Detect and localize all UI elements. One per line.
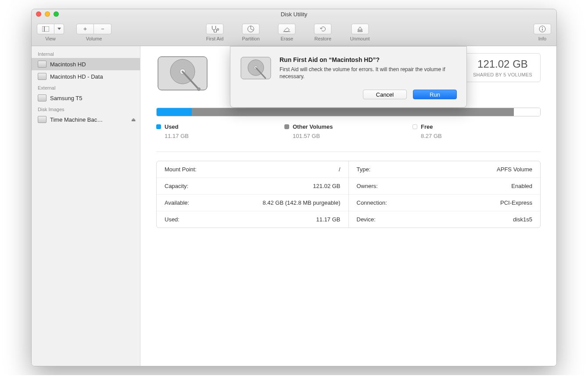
legend-other: Other Volumes 101.57 GB xyxy=(284,123,412,139)
eject-icon xyxy=(357,26,363,32)
details-left: Mount Point:/ Capacity:121.02 GB Availab… xyxy=(157,161,349,228)
detail-key: Owners: xyxy=(357,183,378,189)
toolbar-erase-group: Erase xyxy=(278,24,296,41)
detail-value: Enabled xyxy=(511,183,532,189)
dialog-disk-icon xyxy=(240,56,272,99)
usage-segment-other xyxy=(192,108,513,116)
detail-key: Used: xyxy=(165,216,179,223)
toolbar-info-group: Info xyxy=(534,24,551,41)
toolbar-volume-group: ＋ － Volume xyxy=(76,24,111,41)
restore-button[interactable] xyxy=(314,24,332,34)
detail-row-device: Device:disk1s5 xyxy=(349,211,541,228)
sidebar-item-samsung-t5[interactable]: Samsung T5 xyxy=(32,92,140,104)
disk-icon xyxy=(38,94,47,101)
svg-point-9 xyxy=(197,87,201,91)
sidebar-item-macintosh-hd[interactable]: Macintosh HD xyxy=(32,58,140,70)
toolbar-unmount-group: Unmount xyxy=(350,24,370,41)
toolbar: View ＋ － Volume First Aid xyxy=(32,19,556,46)
separator xyxy=(156,152,541,152)
detail-value: disk1s5 xyxy=(513,216,532,223)
dialog-text: First Aid will check the volume for erro… xyxy=(280,66,457,80)
eraser-icon xyxy=(283,26,291,32)
toolbar-partition-label: Partition xyxy=(242,36,260,41)
view-dropdown-button[interactable] xyxy=(54,24,64,34)
pie-chart-icon xyxy=(247,25,255,33)
swatch-used xyxy=(156,124,161,129)
legend-used: Used 11.17 GB xyxy=(156,123,284,139)
swatch-free xyxy=(412,124,417,129)
detail-value: 121.02 GB xyxy=(313,183,340,189)
detail-value: 11.17 GB xyxy=(316,216,341,223)
window-title: Disk Utility xyxy=(32,11,556,18)
plus-icon: ＋ xyxy=(82,25,88,33)
sidebar-item-time-machine-backup[interactable]: Time Machine Bac… ⏏ xyxy=(32,113,140,126)
disk-icon xyxy=(38,73,47,80)
detail-row-owners: Owners:Enabled xyxy=(349,177,541,194)
disk-icon xyxy=(38,61,47,68)
cancel-button[interactable]: Cancel xyxy=(363,90,407,99)
partition-button[interactable] xyxy=(242,24,260,34)
toolbar-partition-group: Partition xyxy=(242,24,260,41)
legend-other-value: 101.57 GB xyxy=(293,133,412,139)
hard-drive-icon xyxy=(240,56,272,82)
detail-key: Mount Point: xyxy=(165,166,197,173)
info-button[interactable] xyxy=(534,24,551,34)
remove-volume-button[interactable]: － xyxy=(94,24,111,34)
disk-icon xyxy=(38,116,47,123)
capacity-value: 121.02 GB xyxy=(473,58,532,70)
hard-drive-icon xyxy=(156,54,209,93)
usage-bar xyxy=(156,108,541,116)
swatch-other xyxy=(284,124,289,129)
detail-row-type: Type:APFS Volume xyxy=(349,161,541,177)
run-button[interactable]: Run xyxy=(413,90,457,99)
detail-value: PCI-Express xyxy=(500,199,532,206)
details-table: Mount Point:/ Capacity:121.02 GB Availab… xyxy=(156,161,541,228)
detail-value: APFS Volume xyxy=(497,166,532,173)
toolbar-view-group: View xyxy=(37,24,64,41)
svg-rect-0 xyxy=(42,26,44,32)
capacity-subtitle: SHARED BY 5 VOLUMES xyxy=(473,72,532,77)
add-volume-button[interactable]: ＋ xyxy=(76,24,94,34)
dialog-body: Run First Aid on “Macintosh HD”? First A… xyxy=(280,56,457,99)
svg-rect-1 xyxy=(44,26,49,32)
detail-key: Capacity: xyxy=(165,183,188,189)
sidebar-item-macintosh-hd-data[interactable]: Macintosh HD - Data xyxy=(32,70,140,83)
capacity-box: 121.02 GB SHARED BY 5 VOLUMES xyxy=(465,53,541,82)
eject-icon[interactable]: ⏏ xyxy=(131,117,136,123)
toolbar-first-aid-group: First Aid xyxy=(206,24,224,41)
sidebar-group-disk-images: Disk Images xyxy=(32,104,140,113)
view-mode-button[interactable] xyxy=(37,24,54,34)
toolbar-info-label: Info xyxy=(538,36,546,41)
svg-point-4 xyxy=(542,27,543,28)
toolbar-restore-label: Restore xyxy=(315,36,332,41)
sidebar-item-label: Macintosh HD - Data xyxy=(50,73,103,80)
toolbar-restore-group: Restore xyxy=(314,24,332,41)
first-aid-dialog: Run First Aid on “Macintosh HD”? First A… xyxy=(230,46,467,108)
erase-button[interactable] xyxy=(278,24,296,34)
legend-used-label: Used xyxy=(165,123,179,130)
detail-row-available: Available:8.42 GB (142.8 MB purgeable) xyxy=(157,194,348,211)
legend-free: Free 8.27 GB xyxy=(412,123,541,139)
toolbar-view-label: View xyxy=(45,36,56,41)
minus-icon: － xyxy=(100,25,106,33)
sidebar-item-label: Macintosh HD xyxy=(50,61,86,68)
detail-row-capacity: Capacity:121.02 GB xyxy=(157,177,348,194)
sidebar-item-label: Time Machine Bac… xyxy=(50,116,103,123)
window-body: Internal Macintosh HD Macintosh HD - Dat… xyxy=(32,46,556,366)
usage-legend: Used 11.17 GB Other Volumes 101.57 GB Fr… xyxy=(156,123,541,139)
detail-key: Connection: xyxy=(357,199,387,206)
detail-key: Device: xyxy=(357,216,376,223)
volume-large-icon xyxy=(156,53,211,93)
stethoscope-icon xyxy=(211,25,219,33)
info-icon xyxy=(539,25,546,33)
legend-free-label: Free xyxy=(421,123,433,130)
toolbar-first-aid-label: First Aid xyxy=(206,36,224,41)
details-right: Type:APFS Volume Owners:Enabled Connecti… xyxy=(349,161,541,228)
detail-key: Type: xyxy=(357,166,371,173)
detail-value: 8.42 GB (142.8 MB purgeable) xyxy=(262,199,340,206)
undo-arrow-icon xyxy=(319,25,326,33)
first-aid-button[interactable] xyxy=(206,24,224,34)
detail-row-mount-point: Mount Point:/ xyxy=(157,161,348,177)
detail-row-connection: Connection:PCI-Express xyxy=(349,194,541,211)
unmount-button[interactable] xyxy=(351,24,369,34)
